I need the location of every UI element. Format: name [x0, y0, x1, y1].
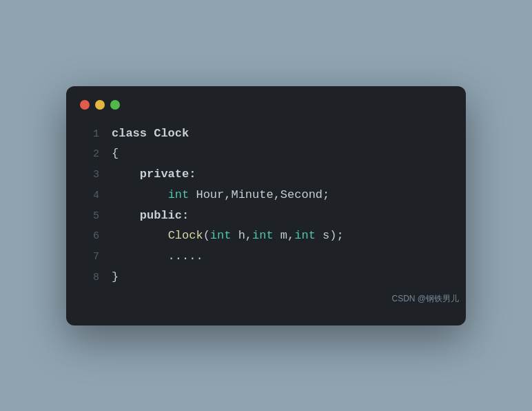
- code-content: int Hour,Minute,Second;: [112, 185, 329, 206]
- line-number: 8: [80, 269, 99, 287]
- code-content: class Clock: [112, 123, 189, 144]
- code-line-8: 8 }: [80, 267, 452, 288]
- line-number: 5: [80, 208, 99, 225]
- code-line-2: 2 {: [80, 143, 452, 164]
- close-button[interactable]: [80, 100, 90, 110]
- line-number: 6: [80, 228, 99, 245]
- line-number: 4: [80, 187, 99, 205]
- code-content: {: [112, 143, 119, 164]
- code-content: .....: [112, 246, 203, 267]
- line-number: 3: [80, 166, 99, 184]
- watermark: CSDN @钢铁男儿: [66, 288, 466, 305]
- code-content: private:: [112, 164, 196, 185]
- minimize-button[interactable]: [95, 100, 105, 110]
- line-number: 2: [80, 146, 99, 163]
- code-content: }: [112, 267, 119, 288]
- titlebar: [66, 100, 466, 123]
- code-line-1: 1 class Clock: [80, 123, 452, 144]
- code-window: 1 class Clock 2 { 3 private: 4 int Hour,…: [66, 86, 466, 325]
- line-number: 7: [80, 248, 99, 266]
- maximize-button[interactable]: [110, 100, 120, 110]
- code-line-3: 3 private:: [80, 164, 452, 185]
- line-number: 1: [80, 126, 99, 143]
- code-content: Clock(int h,int m,int s);: [112, 225, 344, 246]
- code-area: 1 class Clock 2 { 3 private: 4 int Hour,…: [66, 123, 466, 288]
- code-line-4: 4 int Hour,Minute,Second;: [80, 185, 452, 206]
- code-line-6: 6 Clock(int h,int m,int s);: [80, 225, 452, 246]
- code-line-7: 7 .....: [80, 246, 452, 267]
- code-content: public:: [112, 206, 189, 226]
- code-line-5: 5 public:: [80, 206, 452, 226]
